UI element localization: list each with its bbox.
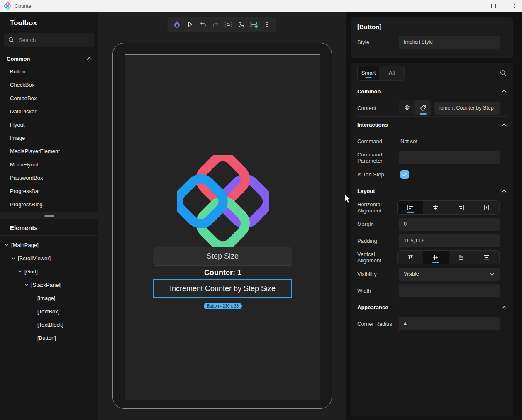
maximize-button[interactable]: [484, 0, 503, 12]
tree-item-mainpage[interactable]: [MainPage]: [0, 238, 98, 252]
device-frame: Step Size Counter: 1 Increment Counter b…: [112, 43, 332, 409]
chevron-down-icon: [490, 272, 495, 276]
device-screen: Step Size Counter: 1 Increment Counter b…: [125, 54, 320, 400]
width-input[interactable]: [399, 284, 500, 297]
content-mode-literal-button[interactable]: [415, 100, 431, 115]
device-connected-check-icon: [250, 20, 259, 29]
toolbox-item-datepicker[interactable]: DatePicker: [0, 105, 98, 118]
h-align-left-button[interactable]: [398, 201, 423, 214]
align-stretch-vertical-icon: [483, 254, 490, 260]
command-row: Command Not set: [357, 133, 507, 149]
toolbox-item-flyout[interactable]: Flyout: [0, 118, 98, 131]
margin-label: Margin: [357, 221, 392, 227]
corner-radius-input[interactable]: [399, 317, 500, 330]
toolbox-section-common[interactable]: Common: [0, 52, 98, 65]
minimize-button[interactable]: [465, 0, 484, 12]
content-label: Content: [357, 105, 392, 111]
toolbox-item-combobox[interactable]: ComboBox: [0, 91, 98, 105]
elements-title: Elements: [0, 219, 98, 235]
toolbox-item-button[interactable]: Button: [0, 65, 98, 78]
command-value: Not set: [400, 138, 417, 144]
tree-item-button[interactable]: [Button]: [0, 331, 98, 344]
chevron-up-icon: [502, 190, 507, 193]
toolbox-item-progressbar[interactable]: ProgressBar: [0, 184, 98, 198]
binding-icon: [404, 105, 410, 111]
width-row: Width: [357, 282, 507, 299]
chevron-up-icon: [502, 90, 507, 93]
visibility-select[interactable]: Visible: [399, 268, 500, 281]
toolbox-item-passwordbox[interactable]: PasswordBox: [0, 171, 98, 184]
tree-item-textblock[interactable]: [TextBlock]: [0, 318, 98, 331]
chevron-down-icon: [11, 256, 16, 261]
minimize-icon: [472, 4, 477, 8]
toolbox-item-mediaplayerelement[interactable]: MediaPlayerElement: [0, 144, 98, 158]
device-connected-button[interactable]: [250, 20, 259, 29]
properties-search-icon[interactable]: [500, 70, 507, 76]
tree-item-stackpanel[interactable]: [StackPanel]: [0, 278, 98, 291]
horizontal-alignment-row: Horizontal Alignment: [357, 199, 507, 216]
close-icon: [510, 4, 515, 8]
v-align-bottom-button[interactable]: [449, 251, 474, 264]
active-mode-indicator: [420, 113, 427, 115]
content-mode-toggle: [399, 100, 431, 115]
more-options-button[interactable]: [263, 20, 272, 29]
toolbox-search-input[interactable]: Search: [4, 33, 94, 47]
h-align-center-button[interactable]: [423, 201, 448, 214]
section-interactions[interactable]: Interactions: [357, 116, 507, 133]
theme-moon-button[interactable]: [237, 20, 246, 29]
chevron-up-icon: [502, 123, 507, 127]
is-tab-stop-checkbox[interactable]: [400, 170, 409, 179]
h-align-stretch-button[interactable]: [474, 201, 499, 214]
toolbox-item-checkbox[interactable]: CheckBox: [0, 78, 98, 91]
increment-counter-button[interactable]: Increment Counter by Step Size: [153, 279, 292, 298]
properties-card: Smart All Common Conten: [351, 63, 513, 416]
toolbox-item-progressring[interactable]: ProgressRing: [0, 198, 98, 211]
vertical-alignment-row: Vertical Alignment: [357, 249, 507, 266]
tab-smart[interactable]: Smart: [358, 66, 379, 80]
vertical-alignment-label: Vertical Alignment: [357, 251, 392, 264]
panel-splitter-handle[interactable]: [0, 212, 98, 219]
chevron-up-icon: [502, 306, 507, 309]
section-layout[interactable]: Layout: [357, 183, 507, 199]
selected-element-card: [Button] Style: [351, 17, 513, 58]
section-appearance[interactable]: Appearance: [357, 299, 507, 315]
visibility-label: Visibility: [357, 271, 392, 277]
command-parameter-input[interactable]: [399, 151, 500, 164]
align-center-icon: [432, 205, 439, 210]
section-common[interactable]: Common: [357, 83, 507, 100]
padding-row: Padding: [357, 232, 507, 249]
app-logo-icon: [4, 2, 11, 10]
toolbox-item-image[interactable]: Image: [0, 131, 98, 144]
tree-item-textbox[interactable]: [TextBox]: [0, 305, 98, 318]
align-stretch-horizontal-icon: [483, 205, 490, 210]
undo-button[interactable]: [198, 20, 207, 29]
redo-button[interactable]: [211, 20, 220, 29]
more-options-icon: [264, 21, 271, 28]
play-button[interactable]: [185, 20, 195, 29]
step-size-textbox[interactable]: Step Size: [153, 247, 292, 266]
v-align-center-button[interactable]: [423, 251, 448, 264]
vertical-alignment-group: [397, 250, 500, 264]
v-align-stretch-button[interactable]: [474, 251, 499, 264]
content-mode-binding-button[interactable]: [399, 100, 415, 115]
style-input[interactable]: [399, 36, 500, 49]
tree-item-grid[interactable]: [Grid]: [0, 265, 98, 278]
command-parameter-row: Command Parameter: [357, 149, 507, 166]
h-align-right-button[interactable]: [449, 201, 474, 214]
v-align-top-button[interactable]: [398, 251, 423, 264]
hot-design-flame-button[interactable]: [173, 20, 182, 29]
mouse-cursor: [344, 194, 351, 203]
sidebar: Toolbox Search Common Button CheckBox Co…: [0, 12, 98, 420]
command-label: Command: [357, 138, 392, 144]
padding-input[interactable]: [399, 234, 500, 247]
toolbox-item-menuflyout[interactable]: MenuFlyout: [0, 158, 98, 171]
content-input[interactable]: [434, 102, 500, 115]
margin-input[interactable]: [399, 218, 500, 231]
padding-label: Padding: [357, 238, 392, 244]
tab-all[interactable]: All: [379, 66, 404, 80]
tree-item-image[interactable]: [Image]: [0, 291, 98, 305]
chevron-down-icon: [17, 269, 22, 274]
inspect-element-button[interactable]: [224, 20, 233, 29]
tree-item-scrollviewer[interactable]: [ScrollViewer]: [0, 252, 98, 265]
close-button[interactable]: [503, 0, 522, 12]
